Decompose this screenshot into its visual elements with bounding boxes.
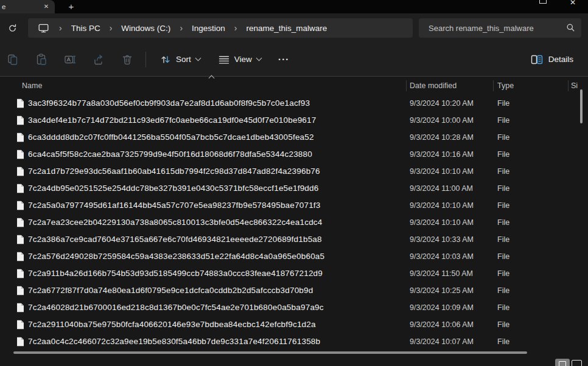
rename-button[interactable] xyxy=(60,49,80,70)
file-row[interactable]: 3ac4def4e1b7c714d72bd211c93ed67fc0aebe66… xyxy=(0,112,588,129)
titlebar: e ✕ + ✕ xyxy=(0,0,588,13)
command-bar: Sort View ••• Details xyxy=(0,43,588,77)
file-icon xyxy=(16,320,24,332)
sort-arrows-icon xyxy=(160,55,171,64)
share-button[interactable] xyxy=(88,49,109,70)
file-type: File xyxy=(497,129,509,146)
column-divider[interactable] xyxy=(568,80,569,91)
file-row[interactable]: 7c2a1d7b729e93dc56aaf1b60ab41615db7994f2… xyxy=(0,163,588,180)
refresh-button[interactable] xyxy=(2,18,22,38)
file-icon xyxy=(16,184,24,196)
paste-button[interactable] xyxy=(31,49,52,70)
file-type: File xyxy=(497,299,509,316)
file-row[interactable]: 7c2a46028d21b6700016ed218c8d1367b0e0c7fc… xyxy=(0,299,588,316)
file-date-modified: 9/3/2024 10:28 AM xyxy=(410,129,474,146)
column-divider[interactable] xyxy=(406,80,407,91)
file-icon xyxy=(16,201,24,213)
file-name: 7c2a1d7b729e93dc56aaf1b60ab41615db7994f2… xyxy=(28,163,320,180)
file-icon xyxy=(16,303,24,315)
details-label: Details xyxy=(548,55,573,64)
file-date-modified: 9/3/2024 10:10 AM xyxy=(410,163,474,180)
file-type: File xyxy=(497,214,509,231)
details-view-toggle[interactable] xyxy=(555,359,570,366)
see-more-button[interactable]: ••• xyxy=(273,49,296,70)
file-row[interactable]: 6ca4ca5f5f58c2cae2baa7325799d9e4f50f16d1… xyxy=(0,146,588,163)
file-row[interactable]: 7c2a911b4a26d166b754b53d93d5185499ccb748… xyxy=(0,265,588,282)
file-date-modified: 9/3/2024 11:50 AM xyxy=(410,265,473,282)
breadcrumb-chevron-icon[interactable]: › xyxy=(234,19,237,37)
file-date-modified: 9/3/2024 10:16 AM xyxy=(410,146,474,163)
breadcrumb-chevron-icon[interactable]: › xyxy=(180,19,183,37)
details-pane-button[interactable]: Details xyxy=(526,49,578,70)
file-list-pane: Name Date modified Type Si 3ac3f96324b77… xyxy=(0,77,588,366)
file-icon xyxy=(16,133,24,145)
window-close-icon[interactable]: ✕ xyxy=(567,0,578,8)
column-header-name[interactable]: Name xyxy=(22,77,42,94)
sort-button[interactable]: Sort xyxy=(153,49,207,70)
file-date-modified: 9/3/2024 10:10 AM xyxy=(410,214,474,231)
breadcrumb-item[interactable]: Windows (C:) xyxy=(120,22,172,35)
file-type: File xyxy=(497,231,509,248)
breadcrumb-item[interactable]: rename_this_malware xyxy=(245,22,329,35)
breadcrumb-chevron-icon[interactable]: › xyxy=(59,19,62,37)
breadcrumb: › This PC › Windows (C:) › Ingestion › r… xyxy=(28,18,413,38)
file-date-modified: 9/3/2024 10:10 AM xyxy=(410,197,474,214)
file-icon xyxy=(16,116,24,128)
file-name: 7c2a6772f87f7d0a74e80ea1d6f0795e9ce1dcfc… xyxy=(28,282,313,299)
navigation-bar: › This PC › Windows (C:) › Ingestion › r… xyxy=(0,13,588,43)
column-header-type[interactable]: Type xyxy=(497,77,514,94)
column-header-row: Name Date modified Type Si xyxy=(0,77,588,94)
explorer-tab[interactable]: e ✕ xyxy=(0,0,55,13)
file-row[interactable]: 7c2a6772f87f7d0a74e80ea1d6f0795e9ce1dcfc… xyxy=(0,282,588,299)
file-icon xyxy=(16,98,24,111)
chevron-down-icon xyxy=(256,55,262,61)
details-view-icon xyxy=(559,361,566,366)
delete-button[interactable] xyxy=(117,49,138,70)
file-row[interactable]: 6ca3dddd8db2c07fc0ffb0441256ba5504f05a7b… xyxy=(0,129,588,146)
breadcrumb-item[interactable]: This PC xyxy=(70,22,102,35)
file-row[interactable]: 7c2a2911040ba75e975b0fcfa406620146e93e7b… xyxy=(0,316,588,333)
refresh-icon xyxy=(8,24,17,33)
file-date-modified: 9/3/2024 10:07 AM xyxy=(410,333,474,350)
file-row[interactable]: 7c2a5a0a7977495d61af16144bb45a57c707e5ea… xyxy=(0,197,588,214)
search-icon[interactable] xyxy=(566,23,575,35)
file-date-modified: 9/3/2024 10:09 AM xyxy=(410,299,474,316)
file-date-modified: 9/3/2024 10:25 AM xyxy=(410,282,474,299)
column-header-size[interactable]: Si xyxy=(571,77,578,94)
toolbar-divider xyxy=(145,52,146,67)
vertical-scrollbar[interactable] xyxy=(580,89,583,123)
file-row[interactable]: 7c2a576d249028b7259584c59a4383e238633d51… xyxy=(0,248,588,265)
file-icon xyxy=(16,218,24,230)
file-row[interactable]: 7c2a386a7ce9cad7604e37165a667e6c70fd4693… xyxy=(0,231,588,248)
file-date-modified: 9/3/2024 10:33 AM xyxy=(410,231,474,248)
file-row[interactable]: 7c2a7ea23cee2b04229130a738a8065c810013c3… xyxy=(0,214,588,231)
search-input[interactable] xyxy=(419,18,559,38)
file-name: 7c2a4db95e0251525e254ddc78be327b391e0430… xyxy=(28,180,319,197)
file-name: 7c2a386a7ce9cad7604e37165a667e6c70fd4693… xyxy=(28,231,322,248)
file-name: 7c2a46028d21b6700016ed218c8d1367b0e0c7fc… xyxy=(28,299,324,316)
file-row[interactable]: 7c2aa0c4c2c466072c32a9ee19b5e830f5a46bb7… xyxy=(0,333,588,350)
column-divider[interactable] xyxy=(493,80,494,91)
file-name: 7c2a5a0a7977495d61af16144bb45a57c707e5ea… xyxy=(28,197,321,214)
file-row[interactable]: 7c2a4db95e0251525e254ddc78be327b391e0430… xyxy=(0,180,588,197)
file-name: 7c2aa0c4c2c466072c32a9ee19b5e830f5a46bb7… xyxy=(28,333,320,350)
window-maximize-icon[interactable] xyxy=(539,0,547,4)
file-type: File xyxy=(497,197,509,214)
tab-close-icon[interactable]: ✕ xyxy=(41,2,51,12)
copy-button[interactable] xyxy=(2,49,23,70)
this-pc-icon[interactable] xyxy=(35,20,51,36)
tab-title: e xyxy=(0,3,41,10)
file-row[interactable]: 3ac3f96324b77a8a030d56ef0cb9f903da7e2af8… xyxy=(0,95,588,112)
file-type: File xyxy=(497,95,509,112)
file-type: File xyxy=(497,180,509,197)
view-button[interactable]: View xyxy=(212,49,268,70)
thumbnails-view-toggle[interactable] xyxy=(572,360,582,366)
column-header-date-modified[interactable]: Date modified xyxy=(410,77,457,94)
file-explorer-window: e ✕ + ✕ › This PC › Windows (C:) › Inges… xyxy=(0,0,588,366)
breadcrumb-item[interactable]: Ingestion xyxy=(191,22,226,35)
horizontal-scrollbar[interactable] xyxy=(13,351,527,354)
file-name: 3ac4def4e1b7c714d72bd211c93ed67fc0aebe66… xyxy=(28,112,317,129)
new-tab-button[interactable]: + xyxy=(65,0,78,13)
breadcrumb-chevron-icon[interactable]: › xyxy=(110,19,113,37)
file-name: 7c2a2911040ba75e975b0fcfa406620146e93e7b… xyxy=(28,316,316,333)
